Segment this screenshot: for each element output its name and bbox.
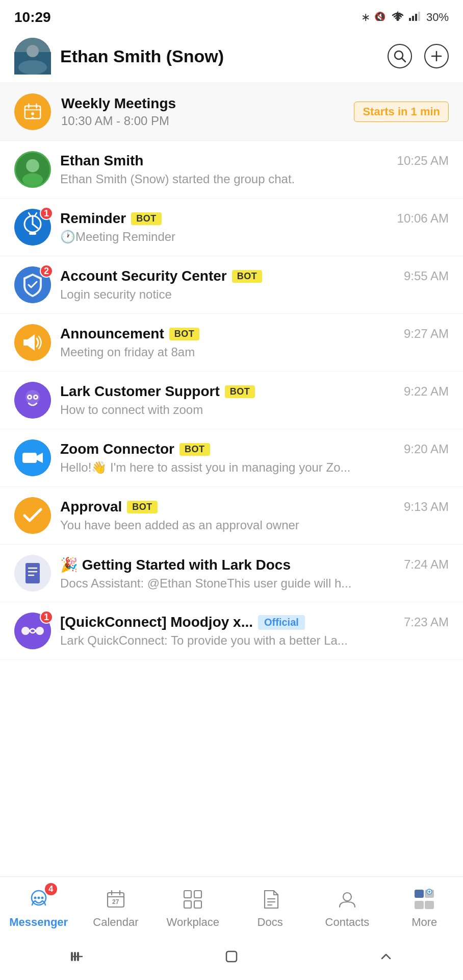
nav-item-docs[interactable]: Docs xyxy=(240,886,301,929)
svg-point-19 xyxy=(31,112,34,115)
svg-rect-66 xyxy=(415,890,424,898)
wifi-icon xyxy=(391,10,405,24)
chat-item[interactable]: Approval BOT 9:13 AM You have been added… xyxy=(0,487,463,545)
bot-badge: BOT xyxy=(232,270,263,283)
meeting-banner[interactable]: Weekly Meetings 10:30 AM - 8:00 PM Start… xyxy=(0,83,463,141)
bot-badge: BOT xyxy=(127,501,158,513)
chat-content: Account Security Center BOT 9:55 AM Logi… xyxy=(60,268,449,302)
chat-name-text: Zoom Connector xyxy=(60,441,174,457)
avatar[interactable] xyxy=(14,38,51,75)
svg-rect-77 xyxy=(74,952,76,961)
home-button[interactable] xyxy=(216,945,247,968)
search-button[interactable] xyxy=(388,44,412,68)
nav-item-contacts[interactable]: Contacts xyxy=(317,886,378,929)
chat-item[interactable]: Announcement BOT 9:27 AM Meeting on frid… xyxy=(0,314,463,372)
chat-content: Reminder BOT 10:06 AM 🕐Meeting Reminder xyxy=(60,210,449,244)
chat-content: Ethan Smith 10:25 AM Ethan Smith (Snow) … xyxy=(60,153,449,186)
nav-icon-wrap xyxy=(257,886,284,913)
svg-rect-10 xyxy=(18,60,47,75)
recents-button[interactable] xyxy=(371,945,401,968)
chat-header-row: [QuickConnect] Moodjoy x... Official 7:2… xyxy=(60,614,449,630)
chat-header-row: Approval BOT 9:13 AM xyxy=(60,499,449,515)
chat-name-text: Ethan Smith xyxy=(60,153,143,169)
chat-avatar xyxy=(14,555,51,592)
svg-text:27: 27 xyxy=(112,898,119,905)
chat-name-text: Reminder xyxy=(60,210,126,227)
status-bar: 10:29 ∗ 🔇 30% xyxy=(0,0,463,30)
svg-rect-78 xyxy=(77,952,79,961)
chat-time: 9:55 AM xyxy=(404,269,449,283)
bottom-nav: 4 Messenger 27 Calendar Workplace Docs xyxy=(0,876,463,937)
chat-time: 7:23 AM xyxy=(404,615,449,629)
nav-label: Messenger xyxy=(9,916,68,929)
bluetooth-icon: ∗ xyxy=(361,11,370,24)
svg-point-65 xyxy=(343,893,351,901)
chat-preview: Lark QuickConnect: To provide you with a… xyxy=(60,633,429,648)
nav-icon-wrap: 27 xyxy=(102,886,129,913)
chat-name: Approval BOT xyxy=(60,499,158,515)
chat-name-text: Lark Customer Support xyxy=(60,383,220,400)
chat-content: Approval BOT 9:13 AM You have been added… xyxy=(60,499,449,532)
workplace-icon xyxy=(179,886,206,913)
chat-preview: Hello!👋 I'm here to assist you in managi… xyxy=(60,460,429,475)
nav-item-workplace[interactable]: Workplace xyxy=(162,886,223,929)
chat-content: Zoom Connector BOT 9:20 AM Hello!👋 I'm h… xyxy=(60,441,449,475)
svg-rect-5 xyxy=(415,14,417,21)
docs-icon xyxy=(257,886,284,913)
avatar-wrap: 2 xyxy=(14,266,51,303)
svg-rect-6 xyxy=(418,12,420,21)
nav-icon-wrap xyxy=(334,886,361,913)
svg-point-51 xyxy=(37,897,40,899)
chat-header-row: Ethan Smith 10:25 AM xyxy=(60,153,449,169)
chat-item[interactable]: Ethan Smith 10:25 AM Ethan Smith (Snow) … xyxy=(0,141,463,199)
nav-item-messenger[interactable]: 4 Messenger xyxy=(8,886,69,929)
chat-header-row: Zoom Connector BOT 9:20 AM xyxy=(60,441,449,457)
nav-label: Contacts xyxy=(325,916,370,929)
chat-item[interactable]: 1 [QuickConnect] Moodjoy x... Official 7… xyxy=(0,602,463,660)
chat-time: 9:27 AM xyxy=(404,327,449,341)
svg-point-48 xyxy=(36,627,44,635)
chat-avatar xyxy=(14,151,51,188)
chat-avatar xyxy=(14,497,51,534)
chat-name-text: Approval xyxy=(60,499,122,515)
svg-text:🔇: 🔇 xyxy=(374,11,386,21)
chat-name-text: Announcement xyxy=(60,326,164,342)
avatar-wrap: 1 xyxy=(14,612,51,649)
chat-time: 10:25 AM xyxy=(397,154,449,168)
meeting-info: Weekly Meetings 10:30 AM - 8:00 PM xyxy=(61,95,344,128)
chat-name-text: 🎉 Getting Started with Lark Docs xyxy=(60,556,291,573)
add-button[interactable] xyxy=(424,44,449,68)
battery-indicator: 30% xyxy=(426,11,449,24)
chat-name-text: Account Security Center xyxy=(60,268,227,284)
chat-content: Lark Customer Support BOT 9:22 AM How to… xyxy=(60,383,449,417)
meeting-time: 10:30 AM - 8:00 PM xyxy=(61,114,344,128)
calendar-icon: 27 xyxy=(102,886,129,913)
header-title: Ethan Smith (Snow) xyxy=(60,46,388,66)
svg-point-2 xyxy=(396,18,399,21)
chat-time: 9:20 AM xyxy=(404,442,449,456)
nav-item-calendar[interactable]: 27 Calendar xyxy=(85,886,146,929)
svg-rect-4 xyxy=(412,16,414,21)
nav-label: Docs xyxy=(258,916,283,929)
svg-line-12 xyxy=(402,58,405,62)
chat-item[interactable]: Lark Customer Support BOT 9:22 AM How to… xyxy=(0,372,463,429)
chat-item[interactable]: 2 Account Security Center BOT 9:55 AM Lo… xyxy=(0,256,463,314)
svg-point-47 xyxy=(21,627,30,635)
back-button[interactable] xyxy=(62,945,92,968)
chat-item[interactable]: 🎉 Getting Started with Lark Docs 7:24 AM… xyxy=(0,545,463,602)
chat-preview: Docs Assistant: @Ethan StoneThis user gu… xyxy=(60,576,429,591)
nav-item-more[interactable]: More xyxy=(394,886,455,929)
svg-point-52 xyxy=(41,897,43,899)
meeting-icon xyxy=(14,93,51,130)
chat-item[interactable]: 1 Reminder BOT 10:06 AM 🕐Meeting Reminde… xyxy=(0,199,463,256)
svg-rect-69 xyxy=(425,901,434,909)
chat-item[interactable]: Zoom Connector BOT 9:20 AM Hello!👋 I'm h… xyxy=(0,429,463,487)
svg-point-50 xyxy=(34,897,36,899)
svg-rect-29 xyxy=(29,232,36,235)
svg-rect-39 xyxy=(22,453,37,463)
official-badge: Official xyxy=(258,615,305,630)
nav-icon-wrap xyxy=(411,886,438,913)
svg-point-36 xyxy=(29,396,31,398)
chat-name: Announcement BOT xyxy=(60,326,199,342)
chat-header-row: Account Security Center BOT 9:55 AM xyxy=(60,268,449,284)
